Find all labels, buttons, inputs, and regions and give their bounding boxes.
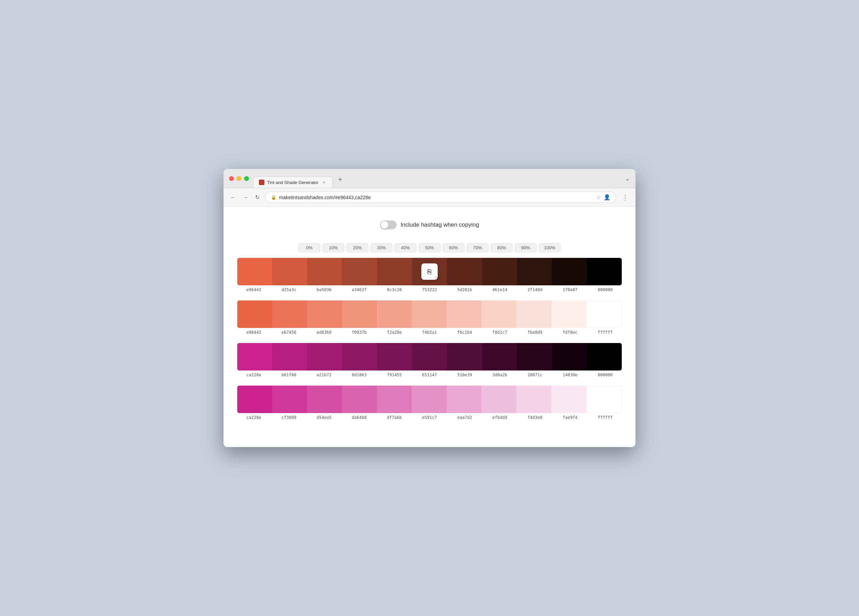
color-swatch[interactable] (237, 386, 272, 413)
color-swatch[interactable] (551, 386, 586, 413)
swatch-label: da64b0 (343, 415, 376, 420)
color-swatch[interactable] (516, 386, 551, 413)
swatch-label: e96443 (237, 288, 270, 292)
color-swatch[interactable] (447, 343, 482, 371)
minimize-button[interactable] (237, 176, 241, 181)
color-swatch[interactable] (377, 300, 412, 328)
color-swatch[interactable] (447, 386, 482, 413)
swatch-label: ba5036 (308, 288, 340, 292)
color-swatch[interactable] (517, 343, 552, 371)
active-tab[interactable]: Tint and Shade Generator × (253, 177, 333, 188)
color-swatch[interactable] (237, 300, 272, 328)
pct-badge: 10% (322, 243, 344, 252)
color-swatch[interactable] (481, 300, 516, 328)
swatch-label: 3d0a2b (483, 372, 516, 377)
color-swatch[interactable] (307, 343, 342, 371)
pct-badge: 0% (298, 243, 320, 252)
pct-badge: 70% (467, 243, 489, 252)
color-swatch[interactable] (516, 300, 551, 328)
pct-badge: 60% (442, 243, 464, 252)
color-swatch[interactable] (272, 343, 307, 371)
color-swatch[interactable] (342, 386, 377, 413)
swatch-label-row: ca228ecf3899d54ea5da64b0df7abbe591c7eaa7… (237, 415, 622, 420)
swatch-row (237, 386, 622, 413)
swatch-label: fdf0ec (553, 330, 586, 335)
color-swatch[interactable] (447, 300, 482, 328)
bookmark-icon[interactable]: ☆ (596, 194, 601, 200)
color-rows-container: ⎘☞e96443d25a3cba5036a3462f8c3c287532225d… (237, 258, 622, 420)
pct-badge: 40% (395, 243, 417, 252)
browser-menu-button[interactable]: ⋮ (620, 193, 630, 202)
color-swatch[interactable] (587, 258, 622, 285)
percentage-row: 0%10%20%30%40%50%60%70%80%90%100% (237, 243, 622, 252)
swatch-row: ⎘☞ (237, 258, 622, 285)
swatch-label: ed8369 (308, 330, 340, 335)
color-swatch[interactable] (447, 258, 482, 285)
color-swatch[interactable] (552, 258, 587, 285)
swatch-label: f0937b (343, 330, 376, 335)
traffic-lights (229, 176, 249, 185)
color-swatch[interactable] (377, 343, 412, 371)
back-button[interactable]: ← (229, 193, 237, 202)
color-swatch[interactable] (517, 258, 552, 285)
profile-icon[interactable]: 👤 (604, 194, 611, 200)
color-swatch[interactable] (237, 258, 272, 285)
color-swatch[interactable] (482, 343, 517, 371)
swatch-label: f4d3e8 (519, 415, 551, 420)
swatch-label: 2f140d (519, 288, 551, 292)
pct-badge: 80% (490, 243, 512, 252)
color-swatch[interactable] (342, 300, 377, 328)
color-swatch[interactable] (342, 343, 377, 371)
address-input[interactable]: 🔒 maketintsandshades.com/#e96443,ca228e … (265, 192, 616, 203)
swatch-label: f4b2a1 (413, 330, 446, 335)
copy-tooltip[interactable]: ⎘☞ (421, 263, 438, 280)
tab-close-button[interactable]: × (321, 180, 327, 185)
url-text: maketintsandshades.com/#e96443,ca228e (279, 195, 593, 200)
color-swatch[interactable] (552, 343, 587, 371)
swatch-label: 28071c (519, 372, 551, 377)
pct-badge: 50% (419, 243, 440, 252)
color-swatch[interactable] (377, 386, 412, 413)
maximize-button[interactable] (244, 176, 249, 181)
color-swatch[interactable] (412, 386, 447, 413)
swatch-label: cf3899 (272, 415, 305, 420)
toggle-section: Include hashtag when copying (237, 220, 622, 229)
color-swatch[interactable] (551, 300, 586, 328)
swatch-label-row: ca228eb61f80a21b728d1863791455651147510e… (237, 372, 622, 377)
refresh-button[interactable]: ↻ (254, 192, 261, 202)
swatch-label: ca228e (237, 372, 270, 377)
color-swatch[interactable] (586, 386, 622, 413)
swatch-label-row: e96443d25a3cba5036a3462f8c3c287532225d28… (237, 288, 622, 292)
color-swatch[interactable] (482, 258, 517, 285)
swatch-label: a3462f (343, 288, 376, 292)
color-swatch[interactable] (272, 300, 307, 328)
tab-favicon (259, 180, 264, 185)
color-swatch[interactable] (377, 258, 412, 285)
row-shades-1: ⎘☞e96443d25a3cba5036a3462f8c3c287532225d… (237, 258, 622, 292)
color-swatch[interactable] (272, 386, 307, 413)
color-swatch[interactable] (481, 386, 516, 413)
color-swatch[interactable] (342, 258, 377, 285)
main-content: Include hashtag when copying 0%10%20%30%… (223, 207, 636, 447)
forward-button[interactable]: → (241, 193, 250, 202)
hashtag-toggle[interactable] (380, 220, 397, 229)
swatch-label: f6c1b4 (448, 330, 481, 335)
color-swatch[interactable] (307, 386, 342, 413)
swatch-label: d25a3c (272, 288, 305, 292)
color-swatch[interactable]: ⎘☞ (412, 258, 447, 285)
swatch-label: 5d281b (448, 288, 481, 292)
close-button[interactable] (229, 176, 234, 181)
address-right-icons: ☆ 👤 (596, 194, 611, 200)
color-swatch[interactable] (412, 343, 447, 371)
new-tab-button[interactable]: + (334, 173, 347, 188)
color-swatch[interactable] (587, 343, 622, 371)
color-swatch[interactable] (307, 300, 342, 328)
color-swatch[interactable] (307, 258, 342, 285)
pct-badge: 20% (347, 243, 369, 252)
color-swatch[interactable] (412, 300, 447, 328)
color-swatch[interactable] (272, 258, 307, 285)
cursor-icon: ☞ (435, 275, 440, 282)
color-swatch[interactable] (237, 343, 272, 371)
swatch-row (237, 300, 622, 328)
color-swatch[interactable] (586, 300, 622, 328)
